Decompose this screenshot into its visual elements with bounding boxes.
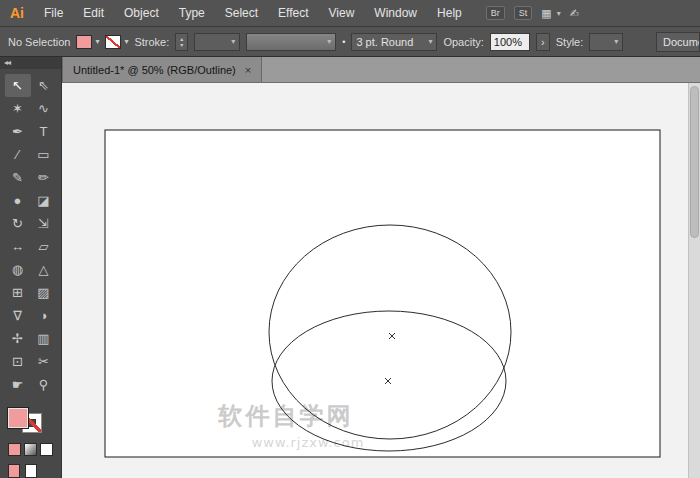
app-logo[interactable]: Ai [10,5,24,21]
symbol-sprayer-tool[interactable]: ✢ [5,327,31,350]
collapse-panel-button[interactable]: ◂◂ [0,57,61,69]
vertical-scrollbar[interactable] [688,83,700,478]
brush-definition-value: 3 pt. Round [356,36,413,48]
style-label: Style: [556,36,584,48]
free-transform-tool[interactable]: ▱ [31,235,57,258]
chevron-down-icon[interactable]: ▾ [557,9,561,18]
column-graph-tool[interactable]: ▥ [31,327,57,350]
opacity-expand-button[interactable]: › [536,33,550,51]
menu-edit[interactable]: Edit [73,6,114,20]
fill-stroke-indicator [8,408,42,433]
menu-bar: Ai File Edit Object Type Select Effect V… [0,0,700,27]
document-tab-bar: Untitled-1* @ 50% (RGB/Outline) × [62,57,700,83]
gradient-tool[interactable]: ▨ [31,281,57,304]
document-setup-button[interactable]: Docume [656,32,700,52]
close-tab-icon[interactable]: × [245,64,251,76]
pen-tool[interactable]: ✒ [5,120,31,143]
stroke-caret-icon[interactable]: ▾ [124,37,128,46]
document-area: Untitled-1* @ 50% (RGB/Outline) × 软件自学网 … [62,57,700,478]
magic-wand-tool[interactable]: ✶ [5,97,31,120]
bridge-button[interactable]: Br [486,6,505,20]
eyedropper-tool[interactable]: ∇ [5,304,31,327]
menu-window[interactable]: Window [364,6,427,20]
stroke-weight-stepper[interactable]: ▴ ▾ [175,33,188,51]
mini-none-swatch[interactable] [25,464,37,478]
stroke-label: Stroke: [134,36,169,48]
type-tool[interactable]: T [31,120,57,143]
lasso-tool[interactable]: ∿ [31,97,57,120]
menu-help[interactable]: Help [427,6,472,20]
scale-tool[interactable]: ⇲ [31,212,57,235]
menu-effect[interactable]: Effect [268,6,318,20]
shape-builder-tool[interactable]: ◍ [5,258,31,281]
control-bar: No Selection ▾ ▾ Stroke: ▴ ▾ ▾ ▾ • 3 pt.… [0,27,700,57]
none-button[interactable] [40,443,53,456]
tools-grid: ↖ ⇖ ✶ ∿ ✒ T ∕ ▭ ✎ ✏ ● ◪ ↻ ⇲ ↔ ▱ ◍ △ ⊞ ▨ [0,69,61,396]
blob-brush-tool[interactable]: ● [5,189,31,212]
stroke-weight-select[interactable]: ▾ [194,33,240,51]
hand-tool[interactable]: ☛ [5,373,31,396]
paintbrush-tool[interactable]: ✎ [5,166,31,189]
tools-panel: ◂◂ ↖ ⇖ ✶ ∿ ✒ T ∕ ▭ ✎ ✏ ● ◪ ↻ ⇲ ↔ ▱ ◍ △ ⊞ [0,57,62,478]
selection-tool[interactable]: ↖ [5,74,31,97]
menu-file[interactable]: File [34,6,73,20]
line-segment-tool[interactable]: ∕ [5,143,31,166]
chevron-down-icon: ▾ [428,37,432,46]
opacity-label: Opacity: [443,36,483,48]
eraser-tool[interactable]: ◪ [31,189,57,212]
blend-tool[interactable]: ◑ [31,304,57,327]
slice-tool[interactable]: ✂ [31,350,57,373]
menu-select[interactable]: Select [215,6,268,20]
pencil-tool[interactable]: ✏ [31,166,57,189]
stroke-color-swatch[interactable] [105,35,121,49]
brush-preview-icon: • [342,37,345,47]
artboard [105,130,660,457]
chevron-down-icon: ▾ [614,37,618,46]
artboard-tool[interactable]: ⊡ [5,350,31,373]
clipped-swatch-row [8,464,61,478]
illustrator-window: Ai File Edit Object Type Select Effect V… [0,0,700,478]
perspective-grid-tool[interactable]: △ [31,258,57,281]
drawing-surface[interactable]: 软件自学网 www.rjzxw.com [62,83,700,478]
color-button[interactable] [8,443,21,456]
chevron-down-icon: ▾ [327,37,331,46]
menu-object[interactable]: Object [114,6,169,20]
paint-mode-buttons [8,443,61,456]
opacity-input[interactable] [490,33,530,51]
zoom-tool[interactable]: ⚲ [31,373,57,396]
rotate-tool[interactable]: ↻ [5,212,31,235]
mini-fill-swatch[interactable] [8,464,20,478]
fill-color-control[interactable] [8,408,28,428]
menu-view[interactable]: View [319,6,365,20]
width-tool[interactable]: ↔ [5,235,31,258]
graphic-style-select[interactable]: ▾ [589,33,623,51]
menu-type[interactable]: Type [169,6,215,20]
mesh-tool[interactable]: ⊞ [5,281,31,304]
rectangle-tool[interactable]: ▭ [31,143,57,166]
document-tab-title: Untitled-1* @ 50% (RGB/Outline) [73,64,236,76]
stepper-down-icon[interactable]: ▾ [180,42,183,48]
canvas-area[interactable]: 软件自学网 www.rjzxw.com [62,83,700,478]
brush-definition-select[interactable]: 3 pt. Round ▾ [351,33,437,51]
fill-color-swatch[interactable] [76,35,92,49]
variable-width-profile-select[interactable]: ▾ [246,33,336,51]
gradient-button[interactable] [24,443,37,456]
scrollbar-thumb[interactable] [690,86,699,238]
watermark-url: www.rjzxw.com [252,435,365,450]
workspace: ◂◂ ↖ ⇖ ✶ ∿ ✒ T ∕ ▭ ✎ ✏ ● ◪ ↻ ⇲ ↔ ▱ ◍ △ ⊞ [0,57,700,478]
arrange-documents-icon[interactable]: ▦ [541,7,551,20]
workspace-icon[interactable]: ✍ [570,7,579,20]
watermark-title: 软件自学网 [218,402,354,430]
document-tab[interactable]: Untitled-1* @ 50% (RGB/Outline) × [62,57,262,82]
direct-selection-tool[interactable]: ⇖ [31,74,57,97]
style-button[interactable]: St [514,6,533,20]
chevron-down-icon: ▾ [231,37,235,46]
selection-status: No Selection [8,36,70,48]
fill-caret-icon[interactable]: ▾ [95,37,99,46]
